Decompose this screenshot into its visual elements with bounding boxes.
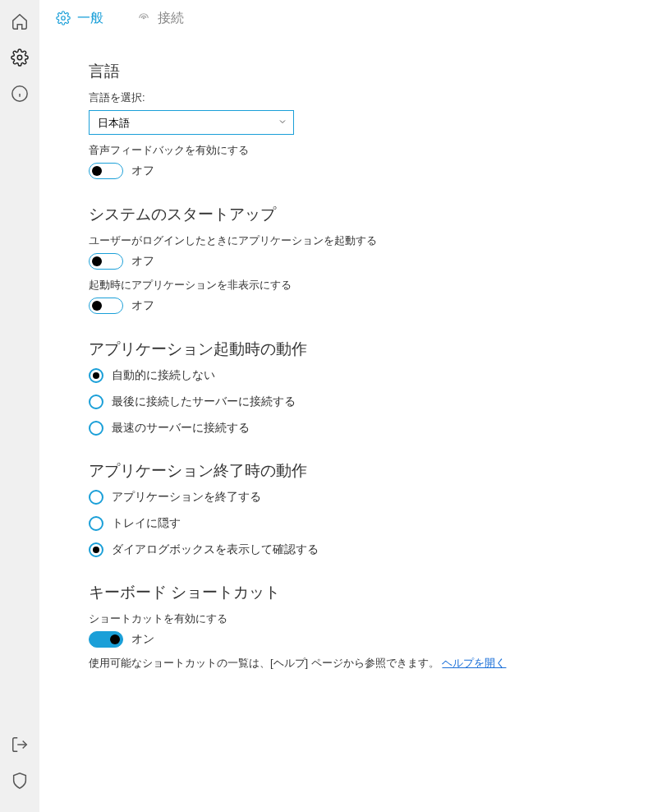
language-select[interactable]: 日本語 xyxy=(89,110,294,135)
svg-point-5 xyxy=(62,16,66,21)
radio-label: 最後に接続したサーバーに接続する xyxy=(112,394,296,409)
radio-label: トレイに隠す xyxy=(112,516,181,531)
section-language: 言語 言語を選択: 日本語 音声フィードバックを有効にする オフ xyxy=(89,61,624,179)
tab-bar: 一般 接続 xyxy=(39,0,657,36)
section-title: 言語 xyxy=(89,61,624,82)
help-text-body: 使用可能なショートカットの一覧は、[ヘルプ] ページから参照できます。 xyxy=(89,657,442,669)
section-title: アプリケーション終了時の動作 xyxy=(89,460,624,482)
radio-hide-tray[interactable]: トレイに隠す xyxy=(89,516,624,531)
svg-point-0 xyxy=(17,55,22,60)
section-title: システムのスタートアップ xyxy=(89,204,624,225)
settings-content: 言語 言語を選択: 日本語 音声フィードバックを有効にする オフ システムのスタ… xyxy=(39,36,657,728)
toggle-state-label: オフ xyxy=(131,164,154,178)
main-panel: 一般 接続 言語 言語を選択: 日本語 音声フィードバックを有効にする xyxy=(39,0,657,812)
info-icon[interactable] xyxy=(5,79,34,108)
tab-connection[interactable]: 接続 xyxy=(136,3,184,34)
radio-label: 最速のサーバーに接続する xyxy=(112,421,250,436)
exit-icon[interactable] xyxy=(5,730,34,759)
section-on-close: アプリケーション終了時の動作 アプリケーションを終了する トレイに隠す ダイアロ… xyxy=(89,460,624,557)
gear-icon xyxy=(56,11,71,25)
settings-icon[interactable] xyxy=(5,43,34,72)
radio-label: 自動的に接続しない xyxy=(112,368,215,383)
radio-icon xyxy=(89,368,103,383)
open-help-link[interactable]: ヘルプを開く xyxy=(442,657,506,669)
tab-label: 一般 xyxy=(77,10,103,27)
toggle-state-label: オフ xyxy=(131,254,154,269)
toggle-state-label: オン xyxy=(131,632,154,647)
radio-icon xyxy=(89,421,103,436)
section-on-launch: アプリケーション起動時の動作 自動的に接続しない 最後に接続したサーバーに接続す… xyxy=(89,339,624,436)
shield-icon[interactable] xyxy=(5,766,34,796)
signal-icon xyxy=(136,11,151,25)
radio-label: アプリケーションを終了する xyxy=(112,490,261,505)
section-startup: システムのスタートアップ ユーザーがログインしたときにアプリケーションを起動する… xyxy=(89,204,624,314)
hide-on-launch-toggle[interactable] xyxy=(89,298,123,314)
radio-icon xyxy=(89,516,103,531)
radio-quit-app[interactable]: アプリケーションを終了する xyxy=(89,490,624,505)
radio-last-server[interactable]: 最後に接続したサーバーに接続する xyxy=(89,394,624,409)
hide-on-launch-label: 起動時にアプリケーションを非表示にする xyxy=(89,278,624,293)
language-select-label: 言語を選択: xyxy=(89,90,624,105)
enable-shortcuts-toggle[interactable] xyxy=(89,631,123,648)
home-icon[interactable] xyxy=(5,7,34,36)
voice-feedback-label: 音声フィードバックを有効にする xyxy=(89,143,624,158)
voice-feedback-toggle[interactable] xyxy=(89,163,123,179)
section-title: キーボード ショートカット xyxy=(89,582,624,603)
section-title: アプリケーション起動時の動作 xyxy=(89,339,624,360)
tab-general[interactable]: 一般 xyxy=(56,3,103,34)
toggle-state-label: オフ xyxy=(131,298,154,313)
shortcuts-help-text: 使用可能なショートカットの一覧は、[ヘルプ] ページから参照できます。 ヘルプを… xyxy=(89,656,624,671)
launch-on-login-label: ユーザーがログインしたときにアプリケーションを起動する xyxy=(89,233,624,248)
radio-label: ダイアログボックスを表示して確認する xyxy=(112,542,319,557)
section-shortcuts: キーボード ショートカット ショートカットを有効にする オン 使用可能なショート… xyxy=(89,582,624,671)
radio-icon xyxy=(89,542,103,557)
radio-icon xyxy=(89,490,103,505)
radio-icon xyxy=(89,394,103,409)
tab-label: 接続 xyxy=(158,10,184,27)
sidebar xyxy=(0,0,39,812)
enable-shortcuts-label: ショートカットを有効にする xyxy=(89,611,624,626)
radio-confirm-dialog[interactable]: ダイアログボックスを表示して確認する xyxy=(89,542,624,557)
svg-point-6 xyxy=(143,17,145,19)
radio-fastest-server[interactable]: 最速のサーバーに接続する xyxy=(89,421,624,436)
radio-no-auto-connect[interactable]: 自動的に接続しない xyxy=(89,368,624,383)
launch-on-login-toggle[interactable] xyxy=(89,253,123,270)
